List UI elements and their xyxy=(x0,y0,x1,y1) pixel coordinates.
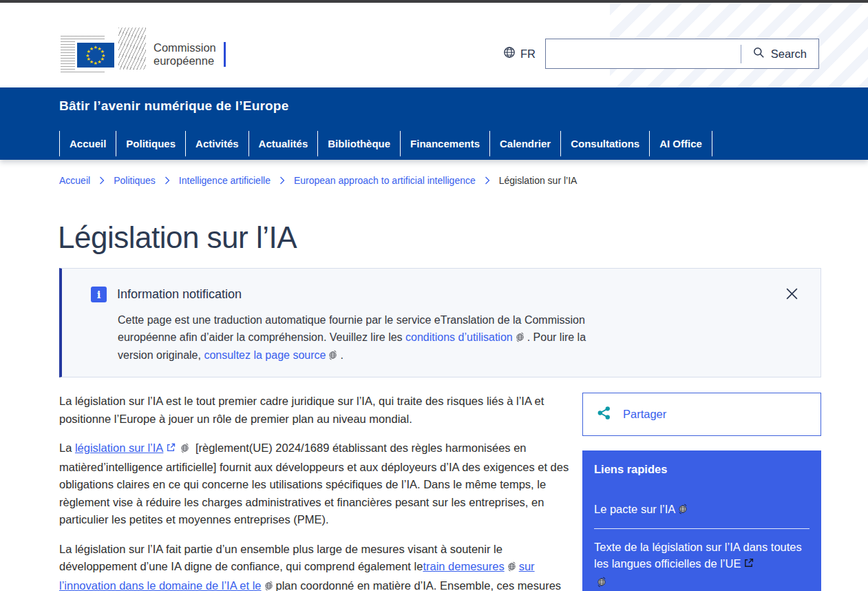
page: ★★★★★★★★★★★★ Commissioneuropéenne FR Sea… xyxy=(0,0,868,591)
commission-logo-text[interactable]: Commissioneuropéenne xyxy=(154,41,216,68)
search-box: Search xyxy=(545,39,819,69)
paragraph-3: La législation sur l’IA fait partie d’un… xyxy=(59,541,582,591)
language-code: FR xyxy=(520,48,536,61)
site-header: ★★★★★★★★★★★★ Commissioneuropéenne FR Sea… xyxy=(0,3,868,87)
chevron-right-icon xyxy=(99,176,105,185)
logo-bar xyxy=(224,42,226,67)
globe-translation-icon xyxy=(596,575,607,591)
breadcrumb-european-approach[interactable]: European approach to artificial intellig… xyxy=(294,175,476,186)
quick-links-title: Liens rapides xyxy=(594,463,809,476)
chevron-right-icon xyxy=(279,176,285,185)
ai-act-text-link[interactable]: Texte de la législation sur l’IA dans to… xyxy=(594,541,802,588)
external-link-icon xyxy=(167,439,176,457)
globe-translation-icon xyxy=(180,441,190,459)
notification-close-button[interactable] xyxy=(783,287,800,303)
share-icon xyxy=(597,406,611,423)
notification-text: Cette page est une traduction automatiqu… xyxy=(118,312,589,366)
quick-link-item: Texte de la législation sur l’IA dans to… xyxy=(594,539,809,591)
notification-title: Information notification xyxy=(117,287,242,302)
quick-link-item: Le pacte sur l’IA xyxy=(594,501,809,519)
article-body: La législation sur l’IA est le tout prem… xyxy=(59,393,582,591)
eu-flag-icon: ★★★★★★★★★★★★ xyxy=(77,43,114,68)
information-notification: i Information notification Cette page es… xyxy=(59,268,821,377)
globe-translation-icon xyxy=(515,331,525,348)
globe-translation-icon xyxy=(264,579,274,591)
logo-swoosh-right xyxy=(118,28,146,70)
nav-item-politiques[interactable]: Politiques xyxy=(116,131,185,156)
info-icon: i xyxy=(91,287,107,302)
search-button-label: Search xyxy=(771,48,807,61)
share-link[interactable]: Partager xyxy=(623,408,666,421)
nav-item-consultations[interactable]: Consultations xyxy=(561,131,649,156)
ai-act-link[interactable]: législation sur l’IA xyxy=(75,442,163,454)
divider xyxy=(594,528,809,529)
paragraph-2: La législation sur l’IA [règlement(UE) 2… xyxy=(59,439,582,529)
breadcrumb-intelligence-artificielle[interactable]: Intelligence artificielle xyxy=(179,175,271,186)
breadcrumb: Accueil Politiques Intelligence artifici… xyxy=(59,175,577,186)
search-input[interactable] xyxy=(546,39,741,68)
main-navigation: Accueil Politiques Activités Actualités … xyxy=(59,131,712,156)
sidebar: Partager Liens rapides Le pacte sur l’IA… xyxy=(582,393,821,591)
nav-item-calendrier[interactable]: Calendrier xyxy=(490,131,560,156)
search-icon xyxy=(753,47,765,61)
chevron-right-icon xyxy=(485,176,490,185)
nav-item-activites[interactable]: Activités xyxy=(186,131,248,156)
globe-language-icon xyxy=(503,46,516,61)
close-icon xyxy=(785,287,799,303)
breadcrumb-accueil[interactable]: Accueil xyxy=(59,175,90,186)
nav-item-actualites[interactable]: Actualités xyxy=(249,131,318,156)
share-box[interactable]: Partager xyxy=(582,393,821,436)
chevron-right-icon xyxy=(165,176,170,185)
terms-of-use-link[interactable]: conditions d’utilisation xyxy=(405,331,513,343)
language-selector[interactable]: FR xyxy=(503,46,536,61)
site-title[interactable]: Bâtir l’avenir numérique de l’Europe xyxy=(59,98,288,114)
search-button[interactable]: Search xyxy=(741,39,818,68)
paragraph-1: La législation sur l’IA est le tout prem… xyxy=(59,393,582,428)
site-band: Bâtir l’avenir numérique de l’Europe Acc… xyxy=(0,87,868,160)
quick-links-box: Liens rapides Le pacte sur l’IA Texte de… xyxy=(582,450,821,591)
ai-innovation-package-link[interactable]: train demesures xyxy=(423,560,504,572)
nav-item-bibliotheque[interactable]: Bibliothèque xyxy=(318,131,400,156)
globe-translation-icon xyxy=(328,349,338,366)
nav-separator xyxy=(712,131,712,156)
nav-item-accueil[interactable]: Accueil xyxy=(60,131,116,156)
page-title: Législation sur l’IA xyxy=(58,220,297,255)
globe-translation-icon xyxy=(677,502,688,519)
nav-item-ai-office[interactable]: AI Office xyxy=(650,131,712,156)
globe-translation-icon xyxy=(507,559,517,577)
source-page-link[interactable]: consultez la page source xyxy=(204,349,326,361)
nav-item-financements[interactable]: Financements xyxy=(401,131,489,156)
breadcrumb-current: Législation sur l’IA xyxy=(499,175,578,186)
ai-pact-link[interactable]: Le pacte sur l’IA xyxy=(594,503,690,515)
breadcrumb-politiques[interactable]: Politiques xyxy=(114,175,156,186)
external-link-icon xyxy=(744,555,754,572)
